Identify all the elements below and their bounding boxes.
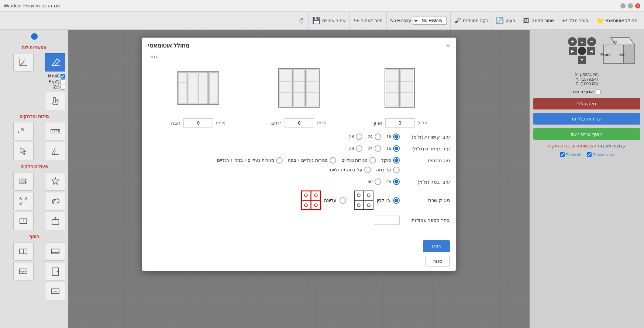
save-image-btn[interactable]: שמור תמונה 🖼 — [519, 12, 558, 29]
svg-line-71 — [25, 179, 28, 180]
full-part-btn[interactable]: חלק כללי — [533, 98, 640, 109]
vert-thick-28[interactable]: 28 — [349, 145, 362, 152]
save-changes-btn[interactable]: שמור שינויים 💾 — [309, 12, 350, 29]
left-arrow-btn[interactable]: ◀ — [587, 47, 595, 55]
thickness-verticals-row: עובי עומדים (מ"מ) 16 24 — [148, 145, 450, 152]
up-arrow-btn[interactable]: ▲ — [578, 38, 586, 46]
refresh-btn[interactable]: רענון 🔄 — [492, 12, 519, 29]
zoom-in-btn[interactable]: + — [568, 37, 577, 46]
bottom-sokel[interactable]: סוקל — [381, 157, 400, 164]
close-button[interactable]: × — [635, 3, 640, 8]
3d-view-btn[interactable]: Z X Y — [13, 53, 34, 71]
thickness-connectors-options: 16 24 28 — [349, 133, 400, 140]
connector-between-radio[interactable] — [393, 197, 400, 204]
svg-point-93 — [57, 271, 58, 272]
bottom-shoes-platform-radio[interactable] — [330, 157, 336, 164]
general-settings-btn[interactable]: הגדרות כלליות — [533, 113, 640, 125]
plat-thick-50[interactable]: 50 — [368, 178, 381, 185]
svg-rect-31 — [189, 72, 197, 104]
vert-thick-16-radio[interactable] — [393, 145, 400, 152]
add-partition-btn[interactable] — [13, 242, 34, 261]
length-input[interactable]: 0 — [385, 118, 415, 128]
m-x-checkbox[interactable] — [61, 74, 65, 78]
conn-thick-16[interactable]: 16 — [386, 133, 400, 140]
down-arrow-btn[interactable]: ▼ — [578, 56, 586, 64]
snap-checkbox-area: :אכוף חוקים — [533, 90, 640, 94]
conn-thick-28[interactable]: 28 — [349, 133, 362, 140]
text-measure-btn[interactable]: A B — [13, 122, 34, 140]
select-tool-btn[interactable] — [45, 53, 65, 71]
p-y-checkbox[interactable] — [61, 79, 65, 84]
vert-thick-24-radio[interactable] — [375, 145, 381, 152]
zoom-out-btn[interactable]: − — [587, 37, 596, 46]
clean-btn[interactable]: נקה מסומנים 🖌 — [451, 12, 492, 29]
maximize-button[interactable] — [628, 3, 633, 8]
add-item-btn[interactable]: הוסף פריט רכש — [533, 128, 640, 140]
vert-thick-16[interactable]: 16 — [386, 145, 400, 152]
paint-btn[interactable] — [13, 172, 34, 191]
back-btn[interactable]: חזור לאחור ↪ — [350, 12, 386, 29]
close-modal-btn[interactable]: סגור — [426, 256, 450, 266]
bottom-shoes-platform-legs[interactable]: מגירות נעליים + במה + רגליים — [217, 157, 283, 164]
star-tool-btn[interactable] — [45, 172, 65, 191]
bottom-shoes-platform-legs-radio[interactable] — [276, 157, 283, 164]
conn-thick-16-radio[interactable] — [393, 133, 400, 140]
show-hidden-link[interactable]: הצג מוסתרים — [571, 143, 596, 149]
print-btn[interactable]: 🖨 — [294, 12, 309, 29]
add-drawer-btn[interactable] — [13, 262, 34, 280]
furniture-item-2[interactable] — [258, 67, 340, 111]
width-input[interactable]: 0 — [285, 118, 314, 128]
execute-btn[interactable]: בצע — [423, 240, 450, 252]
bottom-shoes-platform[interactable]: מגירות נעליים + במה — [288, 157, 336, 164]
angle-btn[interactable] — [45, 142, 65, 160]
show-all-checkbox[interactable] — [560, 152, 565, 157]
link-btn[interactable] — [45, 192, 65, 210]
bottom-platform-legs[interactable]: על במה + רגליים — [330, 167, 371, 173]
plat-thick-25-radio[interactable] — [393, 178, 400, 185]
plat-thick-25[interactable]: 25 — [386, 178, 400, 185]
right-arrow-btn[interactable]: ▶ — [569, 47, 577, 55]
add-door-btn[interactable] — [45, 262, 65, 280]
add-minus-btn[interactable] — [45, 282, 65, 300]
vert-thick-16-label: 16 — [386, 146, 391, 151]
furniture-item-3[interactable] — [158, 67, 239, 111]
conn-thick-24-radio[interactable] — [375, 133, 381, 140]
z-checkbox[interactable] — [61, 85, 65, 90]
bottom-platform-legs-radio[interactable] — [364, 167, 371, 173]
vert-thick-28-radio[interactable] — [356, 145, 362, 152]
bottom-platform-radio[interactable] — [393, 167, 400, 173]
svg-marker-2 — [624, 45, 635, 63]
minimize-button[interactable] — [620, 3, 626, 8]
auto-solver-btn[interactable]: מחולל אוטומאטי ⭐ — [592, 12, 641, 29]
history-select[interactable]: No History — [413, 17, 447, 25]
resize-btn[interactable] — [45, 212, 65, 230]
dimensions-checkbox[interactable] — [587, 152, 592, 157]
bottom-shoes-radio[interactable] — [369, 157, 376, 164]
units-count-input[interactable] — [374, 216, 400, 225]
bottom-sokel-radio[interactable] — [393, 157, 400, 164]
conn-thick-28-radio[interactable] — [356, 133, 362, 140]
connector-top-icon — [301, 190, 321, 210]
groups-text: קבוצות ושכבות — [598, 143, 626, 149]
bottom-shoes[interactable]: מגירות נעליים — [341, 157, 376, 164]
snap-checkbox[interactable] — [596, 90, 600, 94]
rotate-btn[interactable]: סובב מדל ↩ — [558, 12, 592, 29]
connector-top-radio[interactable] — [340, 197, 346, 204]
add-shelf-btn[interactable] — [45, 242, 65, 261]
plat-thick-50-radio[interactable] — [375, 178, 381, 185]
pointer-btn[interactable] — [45, 92, 65, 110]
measure-btn[interactable] — [45, 122, 65, 140]
vert-thick-24[interactable]: 24 — [368, 145, 381, 152]
height-input[interactable]: 0 — [183, 118, 213, 128]
length-group: (מ"מ) 0 ארוך — [372, 118, 427, 128]
expand-btn[interactable] — [13, 192, 34, 210]
conn-thick-24[interactable]: 24 — [368, 133, 381, 140]
modal-back-btn[interactable]: חזור — [142, 52, 456, 61]
split-btn[interactable] — [13, 212, 34, 230]
select-arrow-btn[interactable] — [13, 142, 34, 160]
bottom-platform[interactable]: על במה — [376, 167, 400, 173]
check-rules-link[interactable]: בדוק חוקים — [548, 143, 570, 149]
furniture-item-1[interactable] — [359, 67, 440, 111]
svg-text:X: X — [25, 64, 27, 67]
modal-close-btn[interactable]: × — [446, 42, 450, 49]
